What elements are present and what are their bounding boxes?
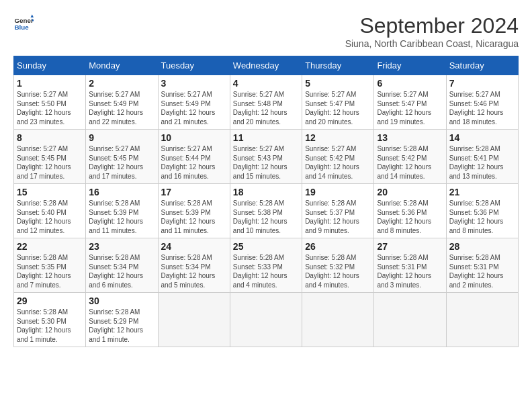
calendar-day-cell: 29 Sunrise: 5:28 AM Sunset: 5:30 PM Dayl… <box>14 293 86 347</box>
calendar-day-cell: 6 Sunrise: 5:27 AM Sunset: 5:47 PM Dayli… <box>374 75 446 130</box>
calendar-day-cell: 22 Sunrise: 5:28 AM Sunset: 5:35 PM Dayl… <box>14 238 86 293</box>
calendar-week-row: 8 Sunrise: 5:27 AM Sunset: 5:45 PM Dayli… <box>14 130 519 184</box>
day-info: Sunrise: 5:28 AM Sunset: 5:34 PM Dayligh… <box>161 253 227 289</box>
day-number: 2 <box>89 78 154 89</box>
day-number: 6 <box>377 78 443 89</box>
day-info: Sunrise: 5:28 AM Sunset: 5:36 PM Dayligh… <box>449 199 515 235</box>
svg-text:General: General <box>15 17 34 24</box>
day-info: Sunrise: 5:27 AM Sunset: 5:49 PM Dayligh… <box>161 90 227 126</box>
day-info: Sunrise: 5:27 AM Sunset: 5:45 PM Dayligh… <box>89 144 154 181</box>
title-area: September 2024 Siuna, North Caribbean Co… <box>345 13 519 49</box>
day-number: 13 <box>377 132 443 143</box>
calendar-day-cell <box>158 293 230 347</box>
day-number: 14 <box>449 132 515 143</box>
svg-marker-2 <box>31 15 34 18</box>
day-info: Sunrise: 5:28 AM Sunset: 5:38 PM Dayligh… <box>233 199 299 235</box>
calendar-day-cell: 25 Sunrise: 5:28 AM Sunset: 5:33 PM Dayl… <box>230 238 302 293</box>
header-sunday: Sunday <box>14 56 86 75</box>
day-info: Sunrise: 5:28 AM Sunset: 5:41 PM Dayligh… <box>449 144 515 181</box>
day-info: Sunrise: 5:28 AM Sunset: 5:31 PM Dayligh… <box>449 253 515 289</box>
day-info: Sunrise: 5:28 AM Sunset: 5:34 PM Dayligh… <box>89 253 154 289</box>
day-number: 29 <box>17 295 83 306</box>
day-number: 1 <box>17 78 83 89</box>
day-number: 11 <box>233 132 299 143</box>
header-saturday: Saturday <box>446 56 518 75</box>
day-info: Sunrise: 5:28 AM Sunset: 5:35 PM Dayligh… <box>17 253 83 289</box>
day-number: 9 <box>89 132 154 143</box>
day-number: 3 <box>161 78 227 89</box>
day-info: Sunrise: 5:27 AM Sunset: 5:43 PM Dayligh… <box>233 144 299 181</box>
calendar-day-cell: 15 Sunrise: 5:28 AM Sunset: 5:40 PM Dayl… <box>14 184 86 238</box>
day-info: Sunrise: 5:27 AM Sunset: 5:48 PM Dayligh… <box>233 90 299 126</box>
calendar-day-cell: 7 Sunrise: 5:27 AM Sunset: 5:46 PM Dayli… <box>446 75 518 130</box>
calendar-day-cell: 17 Sunrise: 5:28 AM Sunset: 5:39 PM Dayl… <box>158 184 230 238</box>
day-info: Sunrise: 5:28 AM Sunset: 5:30 PM Dayligh… <box>17 308 83 344</box>
calendar-day-cell: 2 Sunrise: 5:27 AM Sunset: 5:49 PM Dayli… <box>86 75 158 130</box>
calendar-day-cell: 24 Sunrise: 5:28 AM Sunset: 5:34 PM Dayl… <box>158 238 230 293</box>
calendar-day-cell: 8 Sunrise: 5:27 AM Sunset: 5:45 PM Dayli… <box>14 130 86 184</box>
calendar-day-cell <box>374 293 446 347</box>
day-number: 21 <box>449 187 515 197</box>
day-info: Sunrise: 5:27 AM Sunset: 5:42 PM Dayligh… <box>305 144 371 181</box>
calendar-day-cell: 30 Sunrise: 5:28 AM Sunset: 5:29 PM Dayl… <box>86 293 158 347</box>
day-info: Sunrise: 5:27 AM Sunset: 5:47 PM Dayligh… <box>377 90 443 126</box>
day-number: 15 <box>17 187 83 197</box>
location-subtitle: Siuna, North Caribbean Coast, Nicaragua <box>345 38 519 49</box>
calendar-day-cell: 21 Sunrise: 5:28 AM Sunset: 5:36 PM Dayl… <box>446 184 518 238</box>
day-number: 5 <box>305 78 371 89</box>
calendar-day-cell: 26 Sunrise: 5:28 AM Sunset: 5:32 PM Dayl… <box>302 238 374 293</box>
day-number: 18 <box>233 187 299 197</box>
calendar-week-row: 29 Sunrise: 5:28 AM Sunset: 5:30 PM Dayl… <box>14 293 519 347</box>
weekday-header-row: Sunday Monday Tuesday Wednesday Thursday… <box>14 56 519 75</box>
calendar-day-cell: 23 Sunrise: 5:28 AM Sunset: 5:34 PM Dayl… <box>86 238 158 293</box>
logo-icon: General Blue <box>13 13 34 34</box>
page-header: General Blue September 2024 Siuna, North… <box>13 13 519 49</box>
day-info: Sunrise: 5:28 AM Sunset: 5:36 PM Dayligh… <box>377 199 443 235</box>
calendar-day-cell: 13 Sunrise: 5:28 AM Sunset: 5:42 PM Dayl… <box>374 130 446 184</box>
day-number: 26 <box>305 241 371 252</box>
calendar-day-cell: 14 Sunrise: 5:28 AM Sunset: 5:41 PM Dayl… <box>446 130 518 184</box>
calendar-day-cell: 28 Sunrise: 5:28 AM Sunset: 5:31 PM Dayl… <box>446 238 518 293</box>
month-title: September 2024 <box>345 13 519 38</box>
day-info: Sunrise: 5:27 AM Sunset: 5:49 PM Dayligh… <box>89 90 154 126</box>
day-info: Sunrise: 5:28 AM Sunset: 5:29 PM Dayligh… <box>89 308 154 344</box>
calendar-week-row: 22 Sunrise: 5:28 AM Sunset: 5:35 PM Dayl… <box>14 238 519 293</box>
calendar-week-row: 15 Sunrise: 5:28 AM Sunset: 5:40 PM Dayl… <box>14 184 519 238</box>
calendar-day-cell: 3 Sunrise: 5:27 AM Sunset: 5:49 PM Dayli… <box>158 75 230 130</box>
logo: General Blue <box>13 13 36 34</box>
day-info: Sunrise: 5:27 AM Sunset: 5:50 PM Dayligh… <box>17 90 83 126</box>
day-number: 28 <box>449 241 515 252</box>
day-info: Sunrise: 5:28 AM Sunset: 5:33 PM Dayligh… <box>233 253 299 289</box>
calendar-day-cell: 4 Sunrise: 5:27 AM Sunset: 5:48 PM Dayli… <box>230 75 302 130</box>
calendar-day-cell: 19 Sunrise: 5:28 AM Sunset: 5:37 PM Dayl… <box>302 184 374 238</box>
day-number: 12 <box>305 132 371 143</box>
day-info: Sunrise: 5:28 AM Sunset: 5:39 PM Dayligh… <box>89 199 154 235</box>
day-number: 8 <box>17 132 83 143</box>
calendar-week-row: 1 Sunrise: 5:27 AM Sunset: 5:50 PM Dayli… <box>14 75 519 130</box>
day-number: 19 <box>305 187 371 197</box>
calendar-day-cell: 27 Sunrise: 5:28 AM Sunset: 5:31 PM Dayl… <box>374 238 446 293</box>
day-number: 10 <box>161 132 227 143</box>
calendar-day-cell: 12 Sunrise: 5:27 AM Sunset: 5:42 PM Dayl… <box>302 130 374 184</box>
day-info: Sunrise: 5:27 AM Sunset: 5:47 PM Dayligh… <box>305 90 371 126</box>
header-thursday: Thursday <box>302 56 374 75</box>
day-info: Sunrise: 5:27 AM Sunset: 5:45 PM Dayligh… <box>17 144 83 181</box>
header-friday: Friday <box>374 56 446 75</box>
header-wednesday: Wednesday <box>230 56 302 75</box>
day-info: Sunrise: 5:27 AM Sunset: 5:46 PM Dayligh… <box>449 90 515 126</box>
calendar-day-cell: 5 Sunrise: 5:27 AM Sunset: 5:47 PM Dayli… <box>302 75 374 130</box>
day-info: Sunrise: 5:28 AM Sunset: 5:37 PM Dayligh… <box>305 199 371 235</box>
day-info: Sunrise: 5:28 AM Sunset: 5:42 PM Dayligh… <box>377 144 443 181</box>
day-number: 20 <box>377 187 443 197</box>
day-number: 7 <box>449 78 515 89</box>
day-number: 27 <box>377 241 443 252</box>
day-number: 16 <box>89 187 154 197</box>
day-number: 30 <box>89 295 154 306</box>
calendar-table: Sunday Monday Tuesday Wednesday Thursday… <box>13 56 519 347</box>
day-number: 22 <box>17 241 83 252</box>
calendar-day-cell: 20 Sunrise: 5:28 AM Sunset: 5:36 PM Dayl… <box>374 184 446 238</box>
day-info: Sunrise: 5:28 AM Sunset: 5:39 PM Dayligh… <box>161 199 227 235</box>
calendar-day-cell: 1 Sunrise: 5:27 AM Sunset: 5:50 PM Dayli… <box>14 75 86 130</box>
day-number: 23 <box>89 241 154 252</box>
day-number: 4 <box>233 78 299 89</box>
